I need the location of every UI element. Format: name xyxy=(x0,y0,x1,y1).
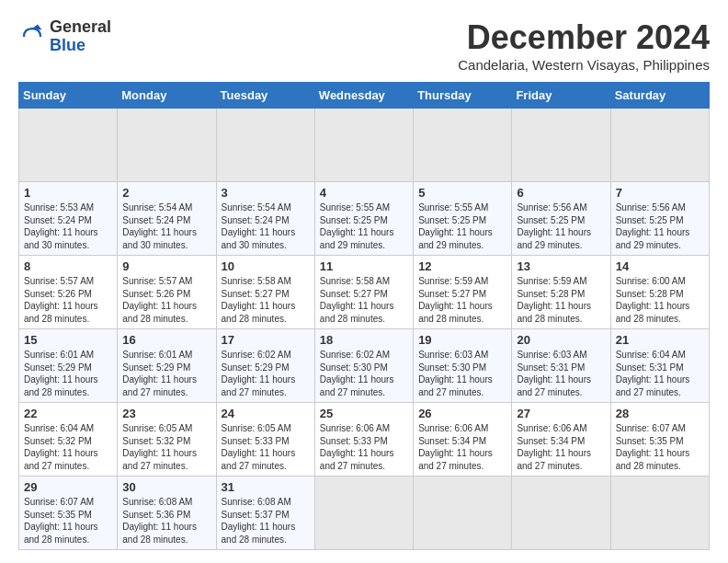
day-number: 28 xyxy=(616,407,704,420)
calendar-cell: 1Sunrise: 5:53 AMSunset: 5:24 PMDaylight… xyxy=(19,182,118,256)
day-info: Sunrise: 5:59 AMSunset: 5:27 PMDaylight:… xyxy=(418,275,506,325)
day-number: 10 xyxy=(222,259,310,273)
logo-blue: Blue xyxy=(50,37,111,55)
day-info: Sunrise: 6:07 AMSunset: 5:35 PMDaylight:… xyxy=(616,422,704,472)
day-number: 24 xyxy=(222,407,310,420)
day-number: 8 xyxy=(24,259,112,273)
day-info: Sunrise: 6:04 AMSunset: 5:31 PMDaylight:… xyxy=(616,349,704,398)
calendar-cell xyxy=(610,109,709,182)
column-header-monday: Monday xyxy=(118,83,216,109)
day-number: 31 xyxy=(222,480,310,494)
calendar-cell: 21Sunrise: 6:04 AMSunset: 5:31 PMDayligh… xyxy=(610,329,709,403)
calendar-cell: 29Sunrise: 6:07 AMSunset: 5:35 PMDayligh… xyxy=(19,477,118,550)
calendar-cell: 17Sunrise: 6:02 AMSunset: 5:29 PMDayligh… xyxy=(216,329,314,403)
day-number: 19 xyxy=(418,333,506,347)
day-info: Sunrise: 5:53 AMSunset: 5:24 PMDaylight:… xyxy=(24,201,112,251)
calendar-cell: 5Sunrise: 5:55 AMSunset: 5:25 PMDaylight… xyxy=(414,182,512,256)
day-number: 1 xyxy=(24,186,112,200)
calendar-week-row: 22Sunrise: 6:04 AMSunset: 5:32 PMDayligh… xyxy=(19,403,710,477)
day-info: Sunrise: 6:01 AMSunset: 5:29 PMDaylight:… xyxy=(24,349,112,398)
calendar-cell xyxy=(610,477,709,550)
day-number: 29 xyxy=(24,480,112,494)
day-number: 7 xyxy=(616,186,704,200)
logo-icon xyxy=(18,23,46,51)
calendar-week-row: 15Sunrise: 6:01 AMSunset: 5:29 PMDayligh… xyxy=(19,329,710,403)
calendar-cell: 13Sunrise: 5:59 AMSunset: 5:28 PMDayligh… xyxy=(512,256,610,329)
column-header-wednesday: Wednesday xyxy=(314,83,413,109)
day-info: Sunrise: 5:55 AMSunset: 5:25 PMDaylight:… xyxy=(418,201,506,251)
location-subtitle: Candelaria, Western Visayas, Philippines xyxy=(458,57,710,73)
title-section: December 2024 Candelaria, Western Visaya… xyxy=(458,18,710,73)
logo: General Blue xyxy=(18,18,111,55)
calendar-cell: 8Sunrise: 5:57 AMSunset: 5:26 PMDaylight… xyxy=(19,256,118,329)
calendar-cell xyxy=(414,109,512,182)
day-number: 23 xyxy=(122,407,210,420)
column-header-saturday: Saturday xyxy=(610,83,709,109)
calendar-cell: 10Sunrise: 5:58 AMSunset: 5:27 PMDayligh… xyxy=(216,256,314,329)
day-info: Sunrise: 6:06 AMSunset: 5:34 PMDaylight:… xyxy=(517,422,605,472)
column-header-friday: Friday xyxy=(512,83,610,109)
day-info: Sunrise: 6:05 AMSunset: 5:33 PMDaylight:… xyxy=(222,422,310,472)
calendar-week-row: 29Sunrise: 6:07 AMSunset: 5:35 PMDayligh… xyxy=(19,477,710,550)
day-info: Sunrise: 5:55 AMSunset: 5:25 PMDaylight:… xyxy=(320,201,408,251)
day-info: Sunrise: 5:56 AMSunset: 5:25 PMDaylight:… xyxy=(616,201,704,251)
day-number: 14 xyxy=(616,259,704,273)
logo-general: General xyxy=(50,18,111,37)
day-info: Sunrise: 5:58 AMSunset: 5:27 PMDaylight:… xyxy=(320,275,408,325)
day-info: Sunrise: 6:02 AMSunset: 5:29 PMDaylight:… xyxy=(222,349,310,398)
day-info: Sunrise: 5:58 AMSunset: 5:27 PMDaylight:… xyxy=(222,275,310,325)
calendar-cell: 15Sunrise: 6:01 AMSunset: 5:29 PMDayligh… xyxy=(19,329,118,403)
day-info: Sunrise: 5:56 AMSunset: 5:25 PMDaylight:… xyxy=(517,201,605,251)
day-number: 9 xyxy=(122,259,210,273)
day-info: Sunrise: 6:06 AMSunset: 5:33 PMDaylight:… xyxy=(320,422,408,472)
day-number: 27 xyxy=(517,407,605,420)
column-header-tuesday: Tuesday xyxy=(216,83,314,109)
calendar-cell: 26Sunrise: 6:06 AMSunset: 5:34 PMDayligh… xyxy=(414,403,512,477)
calendar-cell xyxy=(414,477,512,550)
day-info: Sunrise: 5:59 AMSunset: 5:28 PMDaylight:… xyxy=(517,275,605,325)
calendar-week-row: 1Sunrise: 5:53 AMSunset: 5:24 PMDaylight… xyxy=(19,182,710,256)
calendar-cell: 9Sunrise: 5:57 AMSunset: 5:26 PMDaylight… xyxy=(118,256,216,329)
calendar-cell: 30Sunrise: 6:08 AMSunset: 5:36 PMDayligh… xyxy=(118,477,216,550)
calendar-cell: 6Sunrise: 5:56 AMSunset: 5:25 PMDaylight… xyxy=(512,182,610,256)
day-info: Sunrise: 6:06 AMSunset: 5:34 PMDaylight:… xyxy=(418,422,506,472)
day-number: 26 xyxy=(418,407,506,420)
calendar-cell: 14Sunrise: 6:00 AMSunset: 5:28 PMDayligh… xyxy=(610,256,709,329)
day-info: Sunrise: 6:03 AMSunset: 5:31 PMDaylight:… xyxy=(517,349,605,398)
day-number: 18 xyxy=(320,333,408,347)
day-info: Sunrise: 6:08 AMSunset: 5:37 PMDaylight:… xyxy=(222,496,310,546)
calendar-cell: 12Sunrise: 5:59 AMSunset: 5:27 PMDayligh… xyxy=(414,256,512,329)
day-info: Sunrise: 6:03 AMSunset: 5:30 PMDaylight:… xyxy=(418,349,506,398)
day-number: 15 xyxy=(24,333,112,347)
calendar-cell xyxy=(19,109,118,182)
calendar-cell: 19Sunrise: 6:03 AMSunset: 5:30 PMDayligh… xyxy=(414,329,512,403)
calendar-cell: 16Sunrise: 6:01 AMSunset: 5:29 PMDayligh… xyxy=(118,329,216,403)
day-number: 4 xyxy=(320,186,408,200)
calendar-cell xyxy=(118,109,216,182)
calendar-cell: 11Sunrise: 5:58 AMSunset: 5:27 PMDayligh… xyxy=(314,256,413,329)
day-info: Sunrise: 6:00 AMSunset: 5:28 PMDaylight:… xyxy=(616,275,704,325)
calendar-cell: 25Sunrise: 6:06 AMSunset: 5:33 PMDayligh… xyxy=(314,403,413,477)
calendar-cell: 22Sunrise: 6:04 AMSunset: 5:32 PMDayligh… xyxy=(19,403,118,477)
day-info: Sunrise: 6:07 AMSunset: 5:35 PMDaylight:… xyxy=(24,496,112,546)
calendar-cell: 31Sunrise: 6:08 AMSunset: 5:37 PMDayligh… xyxy=(216,477,314,550)
day-number: 16 xyxy=(122,333,210,347)
day-number: 13 xyxy=(517,259,605,273)
calendar-header-row: SundayMondayTuesdayWednesdayThursdayFrid… xyxy=(19,83,710,109)
day-number: 6 xyxy=(517,186,605,200)
day-info: Sunrise: 5:54 AMSunset: 5:24 PMDaylight:… xyxy=(122,201,210,251)
calendar-cell xyxy=(314,477,413,550)
day-number: 22 xyxy=(24,407,112,420)
day-number: 17 xyxy=(222,333,310,347)
calendar-week-row: 8Sunrise: 5:57 AMSunset: 5:26 PMDaylight… xyxy=(19,256,710,329)
day-number: 11 xyxy=(320,259,408,273)
header: General Blue December 2024 Candelaria, W… xyxy=(18,18,710,73)
day-number: 30 xyxy=(122,480,210,494)
calendar-cell xyxy=(216,109,314,182)
calendar-cell: 18Sunrise: 6:02 AMSunset: 5:30 PMDayligh… xyxy=(314,329,413,403)
day-number: 25 xyxy=(320,407,408,420)
day-number: 2 xyxy=(122,186,210,200)
day-info: Sunrise: 5:57 AMSunset: 5:26 PMDaylight:… xyxy=(122,275,210,325)
column-header-thursday: Thursday xyxy=(414,83,512,109)
column-header-sunday: Sunday xyxy=(19,83,118,109)
